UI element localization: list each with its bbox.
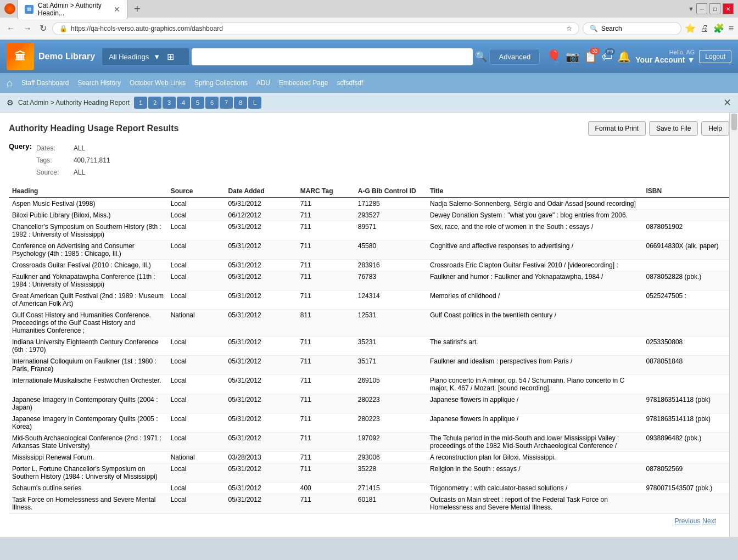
cell-ag_id: 293527 bbox=[355, 210, 427, 221]
logout-btn[interactable]: Logout bbox=[699, 50, 731, 63]
bookmark-icon[interactable]: ⭐ bbox=[685, 23, 696, 33]
hello-text: Hello, AG bbox=[635, 49, 695, 55]
cell-date: 06/12/2012 bbox=[225, 210, 297, 221]
title-bar: 🏛 Cat Admin > Authority Headin... ✕ + ▼ … bbox=[0, 0, 738, 18]
nav-staff-dashboard[interactable]: Staff Dashboard bbox=[21, 79, 69, 87]
help-btn[interactable]: Help bbox=[701, 121, 729, 136]
list-icon-btn[interactable]: 📋 33 bbox=[584, 50, 597, 63]
query-label: Query: bbox=[9, 142, 32, 150]
page-tab-7[interactable]: 7 bbox=[220, 97, 233, 109]
nav-sdfsdfsdf[interactable]: sdfsdfsdf bbox=[337, 79, 363, 87]
query-dates-row: Dates: ALL bbox=[36, 144, 110, 152]
nav-october-web-links[interactable]: October Web Links bbox=[130, 79, 186, 87]
table-row: Faulkner and Yoknapatawpha Conference (1… bbox=[9, 271, 729, 290]
table-row: Schaum's outline seriesLocal05/31/201240… bbox=[9, 483, 729, 494]
cell-marc: 711 bbox=[297, 375, 355, 394]
page-tab-4[interactable]: 4 bbox=[177, 97, 190, 109]
cell-date: 05/31/2012 bbox=[225, 221, 297, 240]
search-input[interactable] bbox=[192, 48, 473, 65]
next-btn[interactable]: Next bbox=[702, 517, 716, 525]
cell-isbn: 066914830X (alk. paper) bbox=[643, 240, 729, 260]
search-area: All Headings ▼ ⊞ 🔍 Advanced bbox=[102, 48, 540, 66]
page-tab-5[interactable]: 5 bbox=[191, 97, 204, 109]
query-source-row: Source: ALL bbox=[36, 169, 110, 176]
close-btn[interactable]: ✕ bbox=[723, 3, 734, 14]
content-wrapper: Authority Heading Usage Report Results F… bbox=[0, 113, 738, 537]
menu-icon[interactable]: ≡ bbox=[729, 24, 734, 33]
cell-isbn: 9780071543507 (pbk.) bbox=[643, 483, 729, 494]
format-to-print-btn[interactable]: Format to Print bbox=[588, 121, 646, 136]
previous-btn[interactable]: Previous bbox=[675, 517, 701, 525]
cell-source: National bbox=[167, 452, 225, 463]
new-tab-btn[interactable]: + bbox=[130, 3, 145, 15]
browser-search-bar[interactable]: 🔍 Search bbox=[583, 22, 681, 35]
tab-close-btn[interactable]: ✕ bbox=[114, 5, 120, 14]
cell-source: Local bbox=[167, 198, 225, 210]
cell-marc: 400 bbox=[297, 483, 355, 494]
browser-chrome: 🏛 Cat Admin > Authority Headin... ✕ + ▼ … bbox=[0, 0, 738, 40]
nav-search-history[interactable]: Search History bbox=[77, 79, 121, 87]
tags-label: Tags: bbox=[36, 156, 69, 164]
scroll-thumb[interactable] bbox=[731, 114, 737, 130]
page-tab-l[interactable]: L bbox=[248, 97, 261, 109]
page-tab-6[interactable]: 6 bbox=[205, 97, 219, 109]
cell-title: Crossroads Eric Clapton Guitar Festival … bbox=[427, 260, 643, 271]
heading-select-dropdown[interactable]: All Headings ▼ ⊞ bbox=[102, 48, 189, 66]
browser-tab[interactable]: 🏛 Cat Admin > Authority Headin... ✕ bbox=[18, 0, 127, 19]
cell-isbn: 0878052828 (pbk.) bbox=[643, 271, 729, 290]
cell-marc: 711 bbox=[297, 452, 355, 463]
tag-icon-btn[interactable]: 🏷 F9 bbox=[602, 51, 613, 63]
cell-title: The satirist's art. bbox=[427, 337, 643, 356]
cell-source: Local bbox=[167, 413, 225, 433]
layers-icon: ⊞ bbox=[167, 52, 174, 62]
cell-source: Local bbox=[167, 483, 225, 494]
page-tab-8[interactable]: 8 bbox=[234, 97, 247, 109]
table-row: Chancellor's Symposium on Southern Histo… bbox=[9, 221, 729, 240]
close-panel-btn[interactable]: ✕ bbox=[723, 97, 731, 109]
cell-title: Faulkner and idealism : perspectives fro… bbox=[427, 356, 643, 375]
nav-embedded-page[interactable]: Embedded Page bbox=[279, 79, 328, 87]
page-tab-1[interactable]: 1 bbox=[134, 97, 147, 109]
advanced-btn[interactable]: Advanced bbox=[489, 49, 540, 65]
maximize-btn[interactable]: □ bbox=[709, 3, 720, 14]
extensions-icon[interactable]: 🧩 bbox=[713, 23, 724, 33]
reload-btn[interactable]: ↻ bbox=[37, 21, 49, 36]
cell-marc: 711 bbox=[297, 413, 355, 433]
tab-favicon: 🏛 bbox=[25, 5, 33, 14]
col-source: Source bbox=[167, 185, 225, 198]
nav-adu[interactable]: ADU bbox=[256, 79, 270, 87]
account-chevron-icon: ▼ bbox=[687, 55, 695, 64]
scrollbar[interactable] bbox=[729, 113, 738, 537]
breadcrumb-icon: ⚙ bbox=[7, 98, 14, 107]
cell-isbn: 0878052569 bbox=[643, 463, 729, 483]
cell-ag_id: 271415 bbox=[355, 483, 427, 494]
back-btn[interactable]: ← bbox=[4, 21, 18, 36]
save-to-file-btn[interactable]: Save to File bbox=[649, 121, 698, 136]
address-bar[interactable]: 🔒 https://qa-hcols-verso.auto-graphics.c… bbox=[52, 22, 579, 35]
cell-date: 05/31/2012 bbox=[225, 240, 297, 260]
page-tab-2[interactable]: 2 bbox=[148, 97, 161, 109]
camera-icon-btn[interactable]: 📷 bbox=[566, 50, 579, 63]
search-btn[interactable]: 🔍 bbox=[475, 51, 487, 63]
page-tab-3[interactable]: 3 bbox=[163, 97, 176, 109]
cell-date: 05/31/2012 bbox=[225, 394, 297, 413]
table-row: Porter L. Fortune Chancellor's Symposium… bbox=[9, 463, 729, 483]
cell-heading: Crossroads Guitar Festival (2010 : Chica… bbox=[9, 260, 167, 271]
cell-heading: Faulkner and Yoknapatawpha Conference (1… bbox=[9, 271, 167, 290]
cell-title: Cognitive and affective responses to adv… bbox=[427, 240, 643, 260]
notification-icon-btn[interactable]: 🔔 bbox=[617, 50, 631, 63]
print-icon[interactable]: 🖨 bbox=[700, 24, 709, 33]
forward-btn[interactable]: → bbox=[21, 21, 34, 36]
browser-logo-icon bbox=[4, 3, 15, 14]
home-btn[interactable]: ⌂ bbox=[7, 77, 13, 89]
dropdown-btn[interactable]: ▼ bbox=[688, 5, 694, 12]
balloon-icon-btn[interactable]: 🎈 bbox=[546, 49, 561, 64]
table-row: Task Force on Homelessness and Severe Me… bbox=[9, 494, 729, 513]
nav-spring-collections[interactable]: Spring Collections bbox=[194, 79, 248, 87]
minimize-btn[interactable]: ─ bbox=[696, 3, 707, 14]
account-name[interactable]: Your Account ▼ bbox=[635, 55, 695, 64]
star-icon[interactable]: ☆ bbox=[566, 25, 572, 32]
cell-title: Religion in the South : essays / bbox=[427, 463, 643, 483]
cell-source: Local bbox=[167, 337, 225, 356]
cell-marc: 711 bbox=[297, 290, 355, 310]
